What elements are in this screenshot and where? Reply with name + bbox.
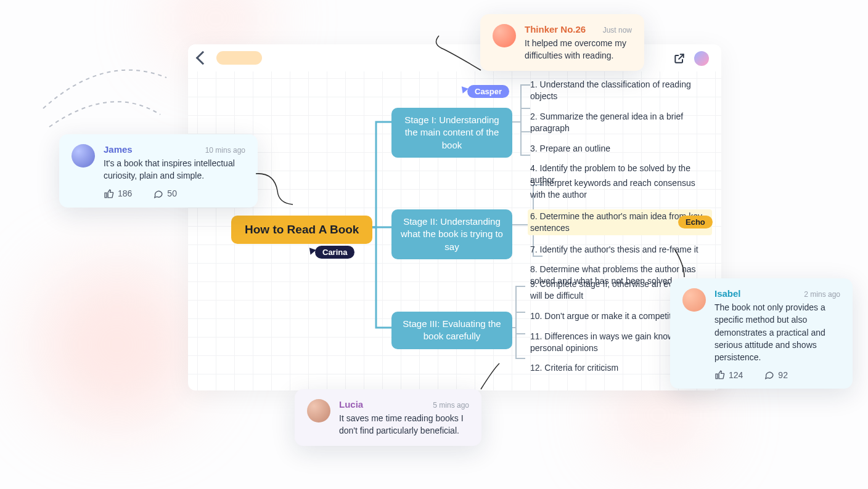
- back-button[interactable]: [196, 51, 210, 65]
- comment-time: Just now: [603, 26, 632, 34]
- leaf-node[interactable]: 5. Interpret keywords and reach consensu…: [530, 177, 712, 201]
- open-external-icon[interactable]: [673, 52, 686, 65]
- comment-author: Thinker No.26: [525, 24, 586, 34]
- bg-blob: [37, 265, 197, 425]
- stage-node[interactable]: Stage II: Understanding what the book is…: [391, 209, 512, 259]
- like-button[interactable]: 186: [104, 188, 132, 199]
- like-button[interactable]: 124: [714, 370, 743, 380]
- leaf-node[interactable]: 2. Summarize the general idea in a brief…: [530, 111, 712, 134]
- comment-time: 5 mins ago: [433, 401, 469, 410]
- comment-text: It saves me time reading books I don't f…: [339, 412, 469, 437]
- mindmap-canvas[interactable]: How to Read A Book Stage I: Understandin…: [188, 44, 721, 390]
- avatar: [72, 144, 95, 168]
- title-placeholder: [216, 51, 262, 65]
- comment-card-james[interactable]: James 10 mins ago It's a book that inspi…: [59, 134, 258, 208]
- stage-node[interactable]: Stage III: Evaluating the book carefully: [391, 312, 512, 349]
- avatar: [493, 24, 516, 47]
- comment-author: Lucia: [339, 399, 363, 410]
- decorative-dashes: [37, 34, 173, 133]
- reply-button[interactable]: 50: [153, 188, 177, 199]
- collaborator-tag-casper: Casper: [467, 85, 509, 98]
- comment-text: It's a book that inspires intellectual c…: [104, 157, 245, 182]
- reply-count: 92: [778, 370, 788, 380]
- reply-count: 50: [167, 188, 177, 198]
- leaf-node[interactable]: 3. Prepare an outline: [530, 143, 712, 155]
- comment-time: 2 mins ago: [804, 290, 840, 299]
- comment-card-isabel[interactable]: Isabel 2 mins ago The book not only prov…: [670, 278, 853, 389]
- collaborator-tag-echo: Echo: [678, 216, 713, 228]
- collaborator-tag-carina: Carina: [315, 246, 354, 259]
- comment-author: James: [104, 144, 133, 155]
- like-count: 186: [118, 188, 132, 198]
- stage-node[interactable]: Stage I: Understanding the main content …: [391, 108, 512, 158]
- comment-card-thinker[interactable]: Thinker No.26 Just now It helped me over…: [480, 14, 644, 71]
- avatar: [682, 288, 706, 312]
- avatar: [307, 399, 330, 422]
- comment-time: 10 mins ago: [205, 146, 245, 155]
- leaf-node[interactable]: 1. Understand the classification of read…: [530, 79, 712, 102]
- reply-button[interactable]: 92: [764, 370, 788, 380]
- comment-card-lucia[interactable]: Lucia 5 mins ago It saves me time readin…: [295, 389, 481, 446]
- mindmap-root-node[interactable]: How to Read A Book: [231, 216, 372, 244]
- like-count: 124: [729, 370, 743, 380]
- comment-text: It helped me overcome my difficulties wi…: [525, 37, 632, 62]
- comment-author: Isabel: [714, 288, 741, 299]
- current-user-avatar[interactable]: [694, 51, 709, 66]
- leaf-node[interactable]: 7. Identify the author's thesis and re-f…: [530, 244, 712, 256]
- comment-text: The book not only provides a specific me…: [714, 301, 840, 363]
